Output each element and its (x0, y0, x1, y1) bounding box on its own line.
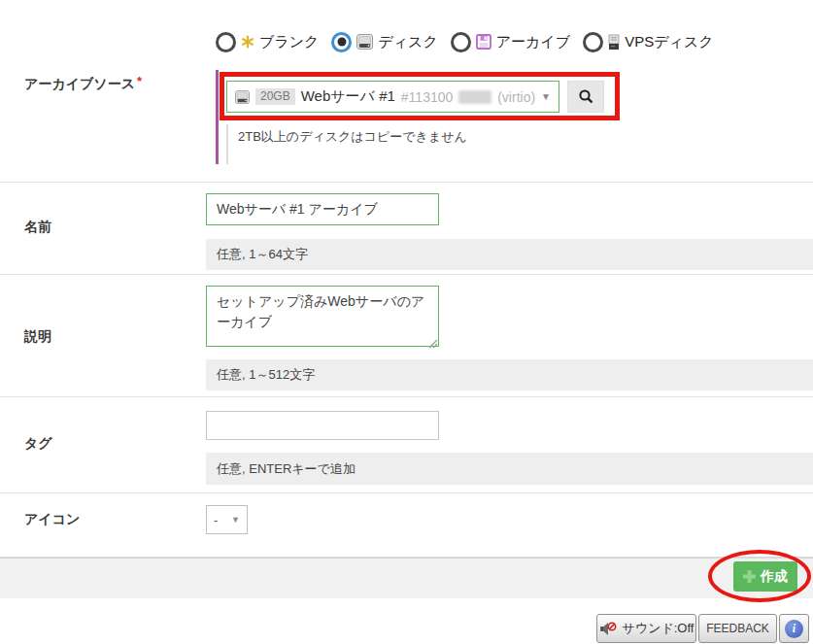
disk-icon (356, 34, 373, 50)
divider (0, 492, 813, 493)
description-textarea[interactable]: セットアップ済みWebサーバのアーカイブ (206, 286, 439, 347)
disk-id: #113100 (401, 89, 453, 105)
description-label: 説明 (24, 328, 51, 346)
required-mark: * (137, 74, 142, 88)
floppy-icon (476, 34, 491, 50)
disk-driver: (virtio) (497, 89, 535, 105)
footer-bar (0, 557, 813, 598)
radio-vps-disk[interactable] (583, 32, 603, 52)
divider (0, 396, 813, 397)
radio-label-vps-disk: VPSディスク (625, 33, 713, 51)
sound-toggle-label: サウンド:Off (623, 620, 694, 637)
divider (0, 182, 813, 183)
archive-source-select[interactable]: 20GB Webサーバ #1 #113100 (virtio) ▼ (226, 81, 559, 113)
radio-label-disk: ディスク (378, 33, 437, 51)
radio-option-disk[interactable]: ディスク (331, 32, 437, 52)
name-input[interactable] (206, 193, 439, 225)
feedback-button[interactable]: FEEDBACK (698, 614, 777, 643)
archive-source-note: 2TB以上のディスクはコピーできません (238, 127, 467, 147)
icon-select[interactable]: - ▼ (206, 505, 248, 534)
name-hint: 任意, 1～64文字 (206, 239, 813, 270)
field-accent-bar (216, 70, 219, 164)
description-hint: 任意, 1～512文字 (206, 359, 813, 390)
note-accent-bar (226, 124, 228, 164)
create-button[interactable]: 作成 (733, 561, 797, 592)
icon-select-value: - (214, 513, 218, 527)
sparkle-icon (241, 35, 254, 49)
radio-option-archive[interactable]: アーカイブ (451, 32, 570, 52)
speaker-muted-icon (599, 622, 618, 636)
archive-source-label-text: アーカイブソース (24, 76, 135, 91)
disk-name: Webサーバ #1 (301, 87, 395, 106)
radio-blank[interactable] (216, 32, 236, 52)
create-button-label: 作成 (761, 568, 788, 586)
radio-disk-selected[interactable] (331, 32, 352, 52)
info-icon: i (785, 620, 803, 638)
radio-label-blank: ブランク (259, 33, 319, 51)
create-archive-form: ブランク ディスク アーカイブ VPSディスク アーカイブソース* (0, 0, 813, 644)
server-icon (608, 34, 620, 51)
search-icon (578, 88, 594, 105)
source-type-radio-group: ブランク ディスク アーカイブ VPSディスク (216, 30, 714, 53)
description-field-wrap: セットアップ済みWebサーバのアーカイブ (206, 286, 439, 347)
redacted-id-blur (458, 90, 491, 104)
icon-label: アイコン (24, 511, 80, 528)
radio-option-blank[interactable]: ブランク (216, 32, 319, 52)
plus-icon (743, 570, 756, 583)
disk-size-badge: 20GB (255, 88, 295, 105)
sound-toggle-button[interactable]: サウンド:Off (596, 614, 696, 643)
tag-input[interactable] (206, 411, 439, 440)
info-button[interactable]: i (779, 614, 809, 643)
search-button[interactable] (567, 81, 604, 113)
radio-option-vps-disk[interactable]: VPSディスク (583, 32, 713, 52)
radio-label-archive: アーカイブ (496, 33, 570, 51)
radio-archive[interactable] (451, 32, 471, 52)
name-label: 名前 (24, 219, 51, 236)
chevron-down-icon: ▼ (541, 91, 551, 102)
tag-label: タグ (24, 435, 52, 453)
feedback-button-label: FEEDBACK (706, 622, 769, 635)
archive-source-label: アーカイブソース* (24, 74, 142, 93)
tag-hint: 任意, ENTERキーで追加 (206, 453, 813, 485)
chevron-down-icon: ▼ (231, 515, 240, 525)
disk-icon (235, 90, 250, 104)
divider (0, 274, 813, 275)
